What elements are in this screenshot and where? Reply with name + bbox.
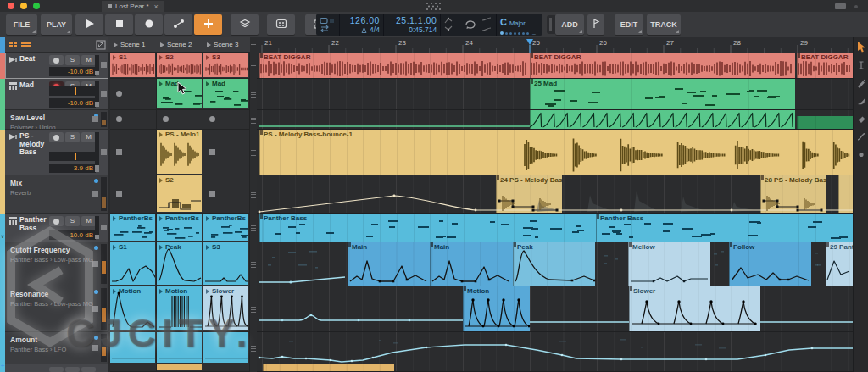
clip-slot[interactable]: S3 <box>203 53 250 79</box>
record-arm-button[interactable] <box>49 132 64 142</box>
arranger-row-mad[interactable]: 25 Mad <box>257 79 853 110</box>
arranger-clip-mellow[interactable]: Mellow <box>628 242 710 286</box>
arranger-clip-peak[interactable]: Peak <box>513 242 595 286</box>
launcher-clip-mad[interactable]: Mad <box>157 79 202 108</box>
arranger-row-mix[interactable]: 24 PS - Melody Bass28 PS - Melody Bass <box>257 175 853 214</box>
arranger-clip-main[interactable]: Main <box>348 242 430 286</box>
launcher-clip-mad[interactable]: Mad <box>203 79 248 108</box>
clip-slot[interactable] <box>110 79 157 110</box>
knife-tool[interactable] <box>856 95 866 107</box>
arranger-clip[interactable] <box>838 175 853 213</box>
groove-button[interactable] <box>267 14 295 35</box>
edit-menu-button[interactable]: EDIT <box>615 14 643 35</box>
mute-button[interactable]: M <box>81 216 96 226</box>
arranger-clip-ps-melody-bass-bounce-1[interactable]: PS - Melody Bass-bounce-1 <box>259 130 853 175</box>
launcher-clip-motion[interactable]: Motion <box>157 286 202 330</box>
clip-slot[interactable] <box>110 332 157 364</box>
arranger-clip-main[interactable]: Main <box>430 242 513 286</box>
clip-slot[interactable]: PantherBs <box>203 214 250 242</box>
scene-header-3[interactable]: Scene 3 <box>203 37 253 53</box>
eraser-tool[interactable] <box>856 113 866 125</box>
clip-slot[interactable]: S2 <box>157 53 203 79</box>
playhead-position[interactable]: 25.1.1.00 <box>387 15 437 25</box>
layered-editing-button[interactable] <box>231 14 259 35</box>
volume-slider[interactable] <box>49 152 96 161</box>
launcher-clip-s2[interactable]: S2 <box>157 53 202 77</box>
close-window-button[interactable] <box>8 3 14 9</box>
launcher-clip-s2[interactable]: S2 <box>157 175 202 212</box>
play-menu-button[interactable]: PLAY <box>41 14 72 35</box>
audition-tool[interactable] <box>856 148 866 160</box>
clip-slot[interactable] <box>203 175 250 214</box>
launcher-clip[interactable] <box>157 332 202 363</box>
clip-stop-button[interactable] <box>101 62 107 68</box>
key-root[interactable]: C <box>500 17 507 27</box>
maximize-window-button[interactable] <box>33 3 40 9</box>
timeline-ruler[interactable]: 212223242526272829 <box>257 37 853 53</box>
clip-slot[interactable] <box>203 130 250 175</box>
track-header-beat[interactable]: BeatSM-10.0 dB <box>5 53 108 79</box>
automation-fader[interactable] <box>101 244 107 284</box>
mute-button[interactable]: M <box>81 55 96 65</box>
arranger-clip-motion[interactable]: Motion <box>463 286 530 331</box>
clip-slot[interactable] <box>157 364 203 372</box>
mute-button[interactable]: M <box>81 132 96 142</box>
arranger-row-partial[interactable] <box>257 364 853 372</box>
clip-slot[interactable]: S3 <box>203 242 250 286</box>
clip-slot[interactable]: Mad <box>203 79 250 110</box>
track-header-amount[interactable]: AmountPanther Bass › LFO <box>5 332 108 364</box>
playhead-time[interactable]: 0:45.714 <box>387 25 437 34</box>
minimize-window-button[interactable] <box>20 3 27 9</box>
arranger-clip[interactable] <box>797 116 853 129</box>
launcher-clip-motion[interactable]: Motion <box>110 286 155 330</box>
clip-stop-button[interactable] <box>92 261 98 267</box>
time-signature[interactable]: 4/4 <box>370 25 380 34</box>
arranger-row-resonance[interactable]: MotionSlower <box>257 286 853 332</box>
scene-header-2[interactable]: Scene 2 <box>157 37 207 53</box>
clip-slot[interactable]: Slower <box>203 286 250 332</box>
clip-slot[interactable]: S1 <box>110 242 157 286</box>
launcher-clip[interactable] <box>203 332 248 363</box>
launcher-clip-pantherbs[interactable]: PantherBs <box>203 214 248 241</box>
arranger-clip-beat-diggar[interactable]: BEAT DIGGAR <box>530 53 795 78</box>
arranger-clip-panther-bass[interactable]: Panther Bass <box>596 214 853 242</box>
arranger-clip-25-mad[interactable]: 25 Mad <box>530 79 795 109</box>
clip-slot[interactable] <box>110 110 157 130</box>
file-menu-button[interactable]: FILE <box>6 14 37 35</box>
clip-slot[interactable]: Motion <box>110 286 157 332</box>
launcher-clip-ps-melo1[interactable]: PS - Melo1 <box>157 130 202 174</box>
launcher-clip-slower[interactable]: Slower <box>203 286 248 330</box>
clip-slot[interactable]: PS - Melo1 <box>157 130 203 175</box>
clip-slot[interactable] <box>110 175 157 214</box>
launcher-clip-s3[interactable]: S3 <box>203 242 248 285</box>
clip-stop-button[interactable] <box>101 225 107 230</box>
position-section[interactable]: 25.1.1.00 0:45.714 <box>384 14 441 36</box>
track-header-resonance[interactable]: ResonancePanther Bass › Low-pass MG <box>5 286 108 332</box>
track-header-ps-melody-bass[interactable]: PS - Melody BassSM-3.9 dB <box>5 130 108 175</box>
clip-stop-button[interactable] <box>101 149 107 155</box>
arranger-row-ps-melody-bass[interactable]: PS - Melody Bass-bounce-1 <box>257 130 853 175</box>
arranger-clip-28-ps-melody-bass[interactable]: 28 PS - Melody Bass <box>760 175 826 213</box>
clip-slot[interactable] <box>110 130 157 175</box>
launcher-clip-s3[interactable]: S3 <box>203 53 248 77</box>
clip-slot[interactable]: PantherBs <box>157 214 203 242</box>
transport-toggles[interactable] <box>316 14 340 36</box>
automation-fader[interactable] <box>101 288 107 330</box>
automation-fader[interactable] <box>101 112 107 127</box>
loop-section[interactable] <box>459 14 497 36</box>
track-menu-button[interactable]: TRACK <box>647 14 681 35</box>
overdub-button[interactable] <box>194 14 222 35</box>
curve-tool[interactable] <box>856 130 866 142</box>
launcher-clip-s1[interactable]: S1 <box>110 53 155 77</box>
clip-stop-button[interactable] <box>92 306 98 312</box>
play-button[interactable] <box>75 14 103 35</box>
clip-slot[interactable]: Motion <box>157 286 203 332</box>
launcher-clip-pantherbs[interactable]: PantherBs <box>157 214 202 241</box>
clip-stop-button[interactable] <box>92 116 98 122</box>
solo-button[interactable]: S <box>65 132 80 142</box>
clip-stop-button[interactable] <box>92 345 98 351</box>
arranger-clip[interactable] <box>263 364 394 371</box>
arranger-row-cutoff-frequency[interactable]: MainMainPeakMellowFollow29 Panther <box>257 242 853 286</box>
solo-button[interactable]: S <box>65 216 80 226</box>
transport-display[interactable]: 126.00 4/4 25.1.1.00 0:45.714 CMajor – <box>316 14 542 36</box>
